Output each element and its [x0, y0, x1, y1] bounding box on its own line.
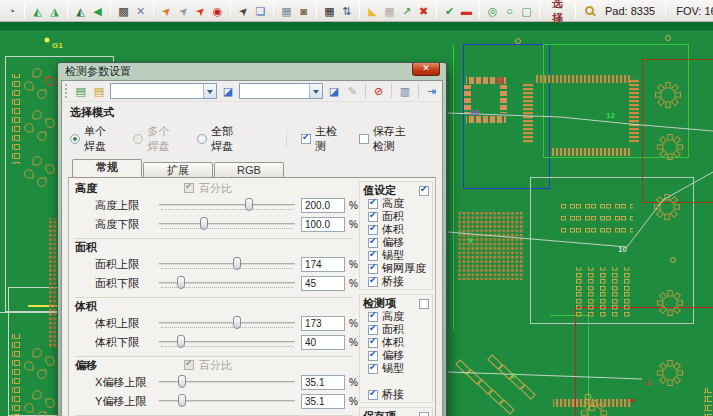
close-icon[interactable]: ✕: [412, 63, 440, 76]
checkbox[interactable]: [368, 277, 378, 287]
dialog-titlebar[interactable]: 检测参数设置 ✕: [61, 63, 443, 80]
mode-radio-2[interactable]: 全部焊盘: [197, 124, 243, 154]
apply-combo1-icon[interactable]: ◪: [220, 83, 235, 99]
slider-thumb[interactable]: [233, 257, 241, 270]
slider-thumb[interactable]: [200, 217, 208, 230]
mode-check-1[interactable]: 保存主检测: [359, 124, 414, 154]
percent-checkbox[interactable]: [184, 183, 194, 193]
delete-icon[interactable]: ✖: [416, 3, 431, 19]
tab-2[interactable]: RGB: [214, 162, 284, 177]
chevron-down-icon[interactable]: [203, 84, 216, 98]
right-section: 保存项高度面积体积偏移: [359, 407, 433, 416]
confirm-icon[interactable]: ✔: [442, 3, 457, 19]
circle-icon[interactable]: ○: [502, 3, 517, 19]
checkbox[interactable]: [368, 212, 378, 222]
table-icon[interactable]: ▦: [279, 3, 294, 19]
square-icon[interactable]: ▢: [519, 3, 534, 19]
export-icon[interactable]: ⇥: [424, 83, 439, 99]
save-params-icon[interactable]: ▤: [91, 83, 106, 99]
select-button[interactable]: 选择: [545, 0, 570, 26]
slider-value-input[interactable]: [301, 375, 345, 390]
slider-value-input[interactable]: [301, 257, 345, 272]
slider[interactable]: [159, 216, 295, 233]
check-item[interactable]: 锡型: [363, 362, 429, 375]
mode-radio-1[interactable]: 多个焊盘: [133, 124, 179, 154]
checkbox[interactable]: [368, 251, 378, 261]
load-params-icon[interactable]: ▤: [73, 83, 88, 99]
slider-value-input[interactable]: [301, 276, 345, 291]
slider[interactable]: [159, 275, 295, 292]
radio-indicator[interactable]: [70, 134, 80, 144]
slider-value-input[interactable]: [301, 335, 345, 350]
surface-a-icon[interactable]: ◭: [30, 3, 45, 19]
section-checkbox[interactable]: [419, 186, 429, 196]
radio-indicator[interactable]: [197, 134, 207, 144]
checkbox[interactable]: [368, 199, 378, 209]
percent-checkbox[interactable]: [184, 360, 194, 370]
slider-thumb[interactable]: [177, 276, 185, 289]
slider[interactable]: [159, 315, 295, 332]
slider-thumb[interactable]: [178, 394, 186, 407]
pin-black-icon[interactable]: ➤: [233, 0, 255, 21]
mesh-icon[interactable]: ▦: [382, 3, 397, 19]
slider-value-input[interactable]: [301, 198, 345, 213]
mode-check-0[interactable]: 主检测: [301, 124, 339, 154]
tab-1[interactable]: 扩展: [143, 162, 213, 177]
check-item[interactable]: 桥接: [363, 275, 429, 288]
checkbox[interactable]: [368, 325, 378, 335]
slider[interactable]: [159, 256, 295, 273]
display-mode-icon[interactable]: ▩: [116, 3, 131, 19]
slider[interactable]: [159, 334, 295, 351]
history-icon[interactable]: ◔: [4, 3, 19, 19]
tools-icon[interactable]: ✕: [133, 3, 148, 19]
radio-indicator[interactable]: [133, 134, 143, 144]
section-checkbox[interactable]: [419, 299, 429, 309]
apply-combo2-icon[interactable]: ◪: [326, 83, 341, 99]
param-set-combo-2[interactable]: [239, 83, 324, 99]
param-set-combo-1[interactable]: [110, 83, 218, 99]
checkbox[interactable]: [368, 351, 378, 361]
cone-icon[interactable]: ◀: [90, 3, 105, 19]
grid-icon[interactable]: ▦: [322, 3, 337, 19]
checkbox[interactable]: [368, 225, 378, 235]
slider-thumb[interactable]: [178, 375, 186, 388]
pin-red-icon[interactable]: ➤: [190, 0, 212, 21]
slider-thumb[interactable]: [233, 316, 241, 329]
chevron-down-icon[interactable]: [309, 84, 322, 98]
checkbox[interactable]: [368, 390, 378, 400]
checkbox[interactable]: [368, 264, 378, 274]
slider[interactable]: [159, 393, 295, 410]
sort-az-icon[interactable]: ⇅: [339, 3, 354, 19]
location-pin-icon[interactable]: ◉: [210, 3, 225, 19]
section-checkbox[interactable]: [419, 412, 429, 416]
slider-value-input[interactable]: [301, 316, 345, 331]
param-group: 偏移百分比X偏移上限%Y偏移上限%: [75, 356, 353, 415]
slider[interactable]: [159, 197, 295, 214]
checkbox[interactable]: [368, 238, 378, 248]
slider-thumb[interactable]: [245, 198, 253, 211]
setsquare-icon[interactable]: ◣: [365, 3, 380, 19]
forbidden-icon[interactable]: ⊘: [371, 83, 386, 99]
edit-icon[interactable]: ✎: [345, 83, 360, 99]
checkbox[interactable]: [301, 134, 311, 144]
slider-thumb[interactable]: [177, 335, 185, 348]
zoom-icon[interactable]: [585, 6, 594, 15]
circle-target-icon[interactable]: ◎: [485, 3, 500, 19]
height-measure-icon[interactable]: ◭: [73, 3, 88, 19]
mode-radio-0[interactable]: 单个焊盘: [70, 124, 116, 154]
surface-b-icon[interactable]: ◮: [47, 3, 62, 19]
slider-value-input[interactable]: [301, 217, 345, 232]
check-item[interactable]: 桥接: [363, 388, 429, 401]
save-icon[interactable]: ▥: [397, 83, 412, 99]
slider-value-input[interactable]: [301, 394, 345, 409]
slider[interactable]: [159, 374, 295, 391]
checkbox[interactable]: [368, 364, 378, 374]
chart-icon[interactable]: ↗: [399, 3, 414, 19]
checkbox[interactable]: [368, 338, 378, 348]
camera-icon[interactable]: ◙: [296, 3, 311, 19]
checkbox[interactable]: [359, 134, 369, 144]
checkbox[interactable]: [368, 312, 378, 322]
tab-0[interactable]: 常规: [72, 159, 142, 177]
region-select-icon[interactable]: ❏: [253, 3, 268, 19]
remove-icon[interactable]: ▬: [459, 3, 474, 19]
